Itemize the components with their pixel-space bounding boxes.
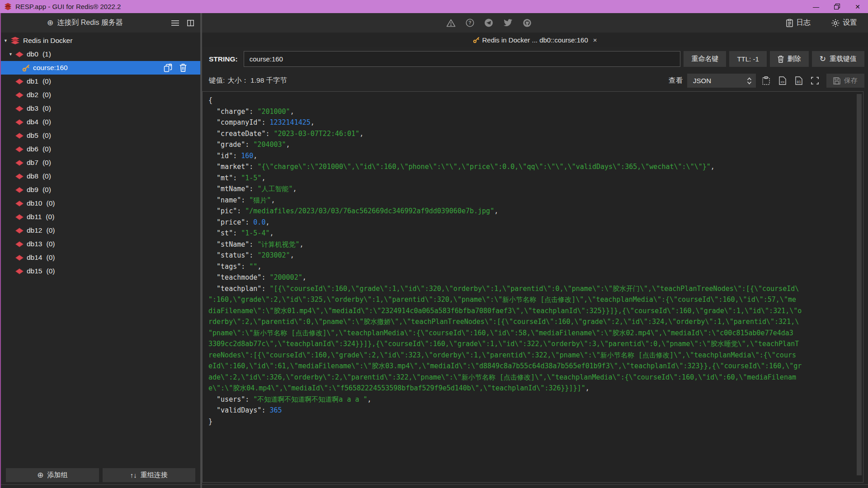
- tree-item-label: db5: [27, 131, 38, 140]
- minimize-button[interactable]: —: [806, 0, 826, 13]
- tree-item-db11[interactable]: db11(0): [1, 210, 200, 224]
- tree-item-db13[interactable]: db13(0): [1, 237, 200, 251]
- rename-key-button[interactable]: 重命名键: [684, 51, 726, 67]
- split-view-icon[interactable]: [187, 20, 194, 26]
- db-icon: [15, 214, 24, 220]
- settings-button[interactable]: 设置: [831, 18, 857, 28]
- code-line: "validDays": 365: [208, 405, 851, 416]
- ttl-button[interactable]: TTL: -1: [729, 51, 766, 67]
- log-button[interactable]: 日志: [786, 18, 811, 28]
- tree-item-label: db7: [27, 159, 38, 167]
- code-line: "id": 160,: [208, 150, 851, 162]
- view-mode-select[interactable]: JSON: [687, 74, 756, 88]
- tree-item-db4[interactable]: db4(0): [1, 115, 200, 129]
- save-button[interactable]: 保存: [826, 74, 864, 88]
- maximize-button[interactable]: [826, 0, 847, 13]
- redis-icon: [10, 37, 20, 45]
- key-count-badge: (0): [42, 104, 51, 113]
- tree-item-db15[interactable]: db15(0): [1, 264, 200, 278]
- window-titlebar: RESP.app - GUI for Redis® 2022.2 — ✕: [0, 0, 868, 13]
- tree-item-db0[interactable]: ▼db0(1): [1, 47, 200, 61]
- tab-close-icon[interactable]: ×: [593, 36, 597, 44]
- tree-item-db5[interactable]: db5(0): [1, 129, 200, 142]
- reload-label: 重载键值: [830, 55, 857, 63]
- tree-item-db7[interactable]: db7(0): [1, 156, 200, 169]
- tree-item-db3[interactable]: db3(0): [1, 102, 200, 115]
- tree-item-label: db0: [27, 50, 38, 58]
- tab-key-course160[interactable]: Redis in Docker ... db0::course:160 ×: [473, 36, 597, 44]
- key-count-badge: (0): [46, 240, 55, 248]
- tree-item-db6[interactable]: db6(0): [1, 142, 200, 156]
- key-icon: [473, 37, 480, 43]
- expand-arrow-icon[interactable]: ▼: [4, 38, 10, 43]
- value-editor[interactable]: { "charge": "201000", "companyId": 12321…: [202, 91, 863, 483]
- db-icon: [15, 174, 24, 179]
- list-view-icon[interactable]: [171, 20, 179, 26]
- tree-item-db9[interactable]: db9(0): [1, 183, 200, 197]
- github-icon[interactable]: [523, 19, 532, 27]
- warning-icon[interactable]: [446, 19, 456, 27]
- tab-title: Redis in Docker ... db0::course:160: [482, 36, 588, 44]
- tree-item-label: db10: [27, 199, 42, 207]
- add-group-button[interactable]: ⊕ 添加组: [6, 468, 99, 482]
- key-count-badge: (0): [46, 213, 54, 221]
- key-name-input[interactable]: [244, 51, 681, 67]
- size-label: 大小： 1.98 千字节: [227, 76, 287, 85]
- help-icon[interactable]: ?: [466, 19, 474, 27]
- key-count-badge: (0): [42, 131, 51, 140]
- code-line: "tags": "",: [208, 261, 851, 272]
- code-line: e\":\"胶水04.mp4\",\"mediaId\":\"f56582224…: [208, 383, 851, 394]
- key-count-badge: (0): [46, 267, 55, 275]
- db-icon: [15, 268, 24, 274]
- tree-item-label: db12: [27, 226, 42, 235]
- tree-item-db1[interactable]: db1(0): [1, 75, 200, 88]
- tab-bar: Redis in Docker ... db0::course:160 ×: [202, 33, 868, 47]
- editor-scrollbar[interactable]: [857, 94, 862, 475]
- tree-item-redis-in-docker[interactable]: ▼Redis in Docker: [1, 34, 200, 47]
- code-line: "users": "不知道啊不知道啊不知道啊a a a ",: [208, 394, 851, 405]
- code-line: "status": "203002",: [208, 250, 851, 261]
- code-line: "price": 0.0,: [208, 217, 851, 228]
- code-line: "grade": "204003",: [208, 139, 851, 150]
- key-count-badge: (0): [42, 186, 51, 194]
- code-line: ade\":2,\"id\":326,\"orderby\":2,\"paren…: [208, 372, 851, 383]
- key-count-badge: (0): [42, 118, 51, 126]
- tree-item-db8[interactable]: db8(0): [1, 169, 200, 183]
- app-logo-icon: [4, 3, 12, 10]
- sidebar: ⊕ 连接到 Redis 服务器 ▼Redis in Docker▼db0(1)c…: [1, 13, 200, 488]
- db-icon: [15, 201, 24, 206]
- delete-key-button[interactable]: 删除: [770, 51, 809, 67]
- svg-text:01: 01: [797, 80, 801, 84]
- settings-label: 设置: [843, 18, 857, 28]
- telegram-icon[interactable]: [484, 19, 493, 27]
- connect-to-redis-button[interactable]: ⊕ 连接到 Redis 服务器: [47, 18, 123, 28]
- view-mode-value: JSON: [693, 77, 747, 84]
- code-line: "st": "1-5-4",: [208, 228, 851, 239]
- key-count-badge: (0): [42, 159, 51, 167]
- window-title: RESP.app - GUI for Redis® 2022.2: [15, 3, 121, 10]
- tree-item-label: db15: [27, 267, 42, 275]
- tree-item-db12[interactable]: db12(0): [1, 224, 200, 237]
- tree-item-db2[interactable]: db2(0): [1, 88, 200, 102]
- load-value-from-file-icon[interactable]: <>: [776, 75, 788, 87]
- paste-value-icon[interactable]: [760, 75, 772, 87]
- close-button[interactable]: ✕: [847, 0, 868, 13]
- expand-arrow-icon[interactable]: ▼: [9, 52, 15, 56]
- reorder-connections-button[interactable]: ↑↓ 重组连接: [103, 468, 196, 482]
- code-line: "teachmode": "200002",: [208, 272, 851, 283]
- reload-key-button[interactable]: ↻ 重载键值: [812, 51, 864, 67]
- delete-key-icon[interactable]: [179, 64, 187, 72]
- tree-item-course-160[interactable]: course:160: [1, 61, 200, 75]
- tree-item-db10[interactable]: db10(0): [1, 197, 200, 210]
- view-as-binary-icon[interactable]: 01: [793, 75, 805, 87]
- tree-item-db14[interactable]: db14(0): [1, 251, 200, 264]
- fullscreen-icon[interactable]: [809, 75, 821, 87]
- circle-plus-icon: ⊕: [47, 18, 53, 28]
- copy-key-icon[interactable]: [164, 64, 172, 72]
- sidebar-header: ⊕ 连接到 Redis 服务器: [1, 13, 200, 33]
- save-label: 保存: [844, 76, 858, 85]
- twitter-icon[interactable]: [503, 19, 513, 27]
- tree-item-label: db11: [27, 213, 42, 221]
- key-row: STRING: 重命名键 TTL: -1 删除 ↻ 重载键值: [202, 47, 868, 70]
- reorder-label: 重组连接: [141, 471, 168, 479]
